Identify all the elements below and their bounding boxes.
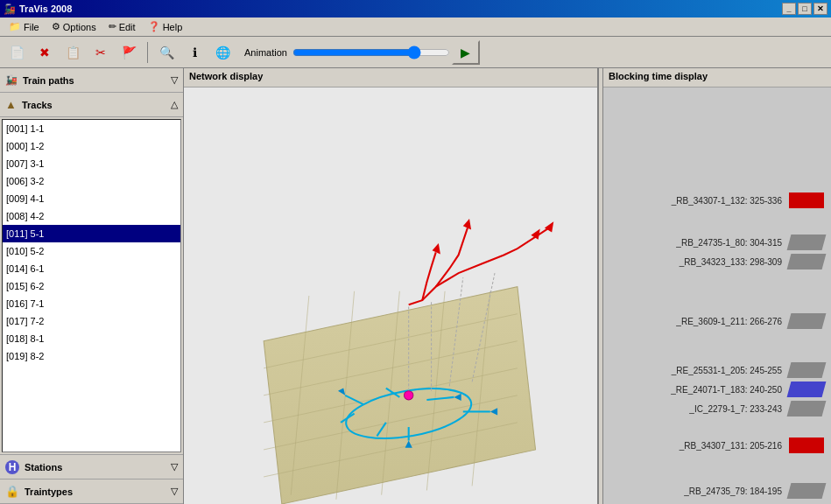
track-list-item[interactable]: [011] 5-1 <box>3 225 180 242</box>
blocking-item: _RE_24071-T_183: 240-250 <box>671 382 824 397</box>
menu-help[interactable]: ❓ Help <box>143 19 188 34</box>
track-list-item[interactable]: [015] 6-2 <box>3 277 180 295</box>
traintypes-collapse-icon: ▽ <box>171 486 178 497</box>
track-list-container: [001] 1-1[000] 1-2[007] 3-1[006] 3-2[009… <box>0 117 183 454</box>
blocking-item: _RE_25531-1_205: 245-255 <box>672 362 824 378</box>
help-icon: ❓ <box>148 21 160 32</box>
menu-options[interactable]: ⚙ Options <box>46 19 102 34</box>
track-list-item[interactable]: [018] 8-1 <box>3 330 180 347</box>
title-bar: 🚂 TraVis 2008 _ □ ✕ <box>0 0 831 18</box>
center-panel: Network display <box>184 68 598 504</box>
blocking-item: _RB_34323_133: 298-309 <box>680 254 824 270</box>
tracks-section-header[interactable]: ▲ Tracks △ <box>0 93 183 117</box>
stations-icon: H <box>5 460 19 474</box>
menu-file[interactable]: 📁 File <box>4 19 45 34</box>
blocking-item: _RB_24735-1_80: 304-315 <box>676 234 824 250</box>
blocking-bar <box>789 192 824 208</box>
traintypes-section-header[interactable]: 🔒 Traintypes ▽ <box>0 480 183 504</box>
blocking-item: _RB_34307-1_132: 325-336 <box>672 192 824 208</box>
toolbar: 📄 ✖ 📋 ✂ 🚩 🔍 ℹ 🌐 Animation ▶ <box>0 37 831 68</box>
app-icon: 🚂 <box>4 4 16 15</box>
train-paths-section-header[interactable]: 🚂 Train paths ▽ <box>0 68 183 93</box>
app-title: TraVis 2008 <box>19 4 72 14</box>
blocking-item-label: _RB_24735_79: 184-195 <box>684 486 782 496</box>
right-panel: Blocking time display _RB_34307-1_132: 3… <box>603 68 831 504</box>
traintypes-icon: 🔒 <box>5 485 19 498</box>
blocking-bar <box>787 483 827 499</box>
options-icon: ⚙ <box>52 21 60 32</box>
blocking-bar <box>787 313 827 329</box>
track-list-item[interactable]: [006] 3-2 <box>3 172 180 190</box>
maximize-button[interactable]: □ <box>798 3 812 15</box>
tracks-icon: ▲ <box>5 98 17 111</box>
blocking-item: _RB_24735_79: 184-195 <box>684 483 824 499</box>
left-panel: 🚂 Train paths ▽ ▲ Tracks △ [001] 1-1[000… <box>0 68 184 504</box>
blocking-item-label: _RB_34323_133: 298-309 <box>680 257 782 267</box>
track-list-item[interactable]: [016] 7-1 <box>3 295 180 312</box>
animation-label: Animation <box>244 47 287 58</box>
stations-collapse-icon: ▽ <box>171 461 178 472</box>
blocking-item-label: _RB_34307-1_132: 325-336 <box>672 196 782 206</box>
blocking-item-label: _RE_3609-1_211: 266-276 <box>676 317 782 326</box>
blocking-item: _RE_3609-1_211: 266-276 <box>676 313 824 329</box>
train-paths-collapse-icon: ▽ <box>171 74 178 86</box>
track-list-item[interactable]: [001] 1-1 <box>3 120 180 137</box>
tracks-collapse-icon: △ <box>171 99 178 110</box>
edit-icon: ✏ <box>109 21 116 32</box>
blocking-item-label: _IC_2279-1_7: 233-243 <box>689 404 782 414</box>
blocking-item: _IC_2279-1_7: 233-243 <box>689 401 824 416</box>
track-list-item[interactable]: [000] 1-2 <box>3 137 180 155</box>
traintypes-label: Traintypes <box>25 486 73 497</box>
file-icon: 📁 <box>9 21 21 32</box>
menu-bar: 📁 File ⚙ Options ✏ Edit ❓ Help <box>0 18 831 37</box>
blocking-bar <box>787 382 827 397</box>
delete-button[interactable]: ✖ <box>32 40 58 65</box>
track-list-item[interactable]: [007] 3-1 <box>3 155 180 172</box>
play-button[interactable]: ▶ <box>452 40 480 65</box>
blocking-item-label: _RB_24735-1_80: 304-315 <box>676 238 782 248</box>
blocking-bar <box>787 254 827 270</box>
svg-marker-0 <box>264 287 535 504</box>
main-layout: 🚂 Train paths ▽ ▲ Tracks △ [001] 1-1[000… <box>0 68 831 504</box>
copy-button[interactable]: 📋 <box>60 40 86 65</box>
toolbar-separator-1 <box>147 42 148 63</box>
track-list[interactable]: [001] 1-1[000] 1-2[007] 3-1[006] 3-2[009… <box>2 119 181 452</box>
network-button[interactable]: 🌐 <box>209 40 236 65</box>
cut-button[interactable]: ✂ <box>88 40 114 65</box>
blocking-item-label: _RE_25531-1_205: 245-255 <box>672 366 782 375</box>
track-list-item[interactable]: [009] 4-1 <box>3 190 180 207</box>
zoom-button[interactable]: 🔍 <box>153 40 180 65</box>
animation-control: Animation <box>244 46 450 60</box>
blocking-bar <box>789 438 824 453</box>
new-button[interactable]: 📄 <box>4 40 30 65</box>
network-display-header: Network display <box>184 68 597 88</box>
blocking-bar <box>787 234 827 250</box>
blocking-time-header: Blocking time display <box>603 68 831 88</box>
track-list-item[interactable]: [010] 5-2 <box>3 242 180 260</box>
blocking-item-label: _RE_24071-T_183: 240-250 <box>671 385 782 395</box>
info-button[interactable]: ℹ <box>181 40 208 65</box>
train-paths-icon: 🚂 <box>5 74 18 86</box>
menu-edit[interactable]: ✏ Edit <box>103 19 141 34</box>
close-button[interactable]: ✕ <box>813 3 827 15</box>
blocking-bar <box>787 401 827 416</box>
blocking-bar <box>787 362 827 378</box>
track-list-item[interactable]: [008] 4-2 <box>3 207 180 225</box>
stations-label: Stations <box>25 462 62 472</box>
train-paths-label: Train paths <box>23 75 74 86</box>
animation-slider[interactable] <box>292 46 450 60</box>
track-list-item[interactable]: [017] 7-2 <box>3 312 180 330</box>
network-display[interactable] <box>184 88 597 504</box>
network-svg <box>184 88 597 504</box>
flag-button[interactable]: 🚩 <box>116 40 142 65</box>
stations-section-header[interactable]: H Stations ▽ <box>0 455 183 480</box>
svg-point-31 <box>405 391 413 400</box>
minimize-button[interactable]: _ <box>782 3 796 15</box>
section-footer: H Stations ▽ 🔒 Traintypes ▽ <box>0 454 183 504</box>
track-list-item[interactable]: [019] 8-2 <box>3 347 180 365</box>
track-list-item[interactable]: [014] 6-1 <box>3 260 180 277</box>
tracks-label: Tracks <box>22 100 53 110</box>
blocking-item: _RB_34307_131: 205-216 <box>680 438 824 453</box>
blocking-item-label: _RB_34307_131: 205-216 <box>680 441 782 451</box>
blocking-display: _RB_34307-1_132: 325-336_RB_24735-1_80: … <box>603 88 831 504</box>
